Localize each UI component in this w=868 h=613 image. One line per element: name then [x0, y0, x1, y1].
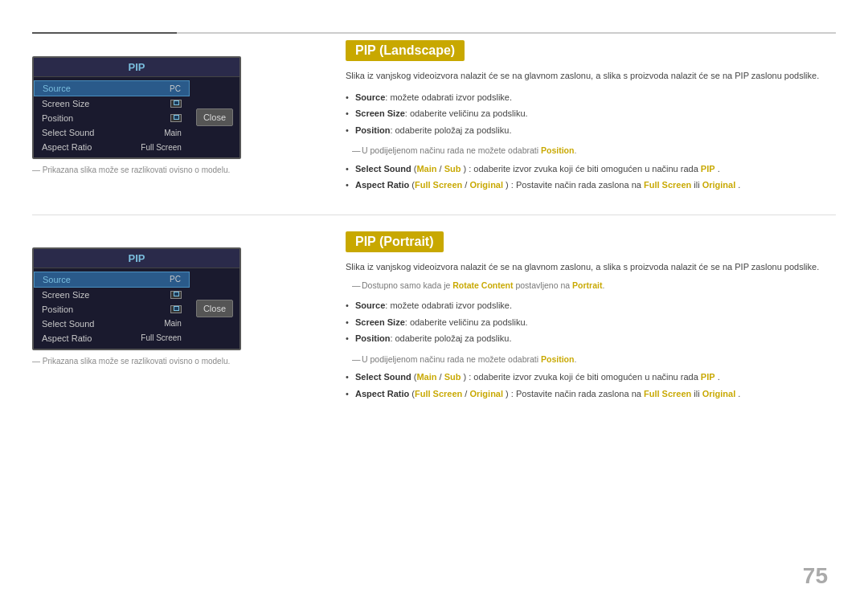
- portrait-bullet-selectsound: Select Sound (Main / Sub ) : odaberite i…: [346, 369, 836, 386]
- portrait-note1-kw: Position: [541, 354, 574, 364]
- landscape-ss-paren2: ): [464, 164, 467, 174]
- portrait-ar-orig: Original: [469, 389, 503, 398]
- portrait-ar-paren2: ): [506, 389, 509, 398]
- portrait-intro: Slika iz vanjskog videoizvora nalazit će…: [346, 260, 836, 274]
- landscape-position-text: : odaberite položaj za podsliku.: [390, 125, 511, 135]
- pip-row-selectsound-landscape[interactable]: Select Sound Main: [34, 125, 190, 140]
- portrait-position-text: : odaberite položaj za podsliku.: [390, 333, 511, 343]
- portrait-bullets: Source: možete odabrati izvor podslike. …: [346, 297, 836, 347]
- portrait-screensize-text: : odaberite veličinu za podsliku.: [405, 317, 528, 327]
- page-container: PIP Source PC Screen Size: [0, 0, 868, 613]
- pip-row-source-landscape[interactable]: Source PC: [34, 80, 190, 96]
- landscape-ar-paren2: ): [506, 180, 509, 190]
- portrait-note-rotate: Dostupno samo kada je Rotate Content pos…: [346, 280, 836, 292]
- portrait-ss-text: : odaberite izvor zvuka koji će biti omo…: [469, 372, 701, 382]
- pip-screen-icon-landscape: [170, 100, 182, 108]
- pip-row-position-landscape[interactable]: Position: [34, 111, 190, 125]
- pip-row-selectsound-value-portrait: Main: [164, 319, 182, 328]
- pip-row-aspectratio-value-portrait: Full Screen: [141, 333, 182, 342]
- landscape-ar-orig2: Original: [702, 180, 736, 190]
- landscape-ss-text: : odaberite izvor zvuka koji će biti omo…: [469, 164, 701, 174]
- portrait-ss-end: .: [718, 372, 720, 382]
- pip-box-landscape-wrapper: PIP Source PC Screen Size: [32, 56, 305, 174]
- pip-row-aspectratio-portrait[interactable]: Aspect Ratio Full Screen: [34, 331, 190, 345]
- portrait-bullet-position: Position: odaberite položaj za podsliku.: [346, 330, 836, 347]
- pip-row-screensize-label-landscape: Screen Size: [42, 99, 89, 108]
- portrait-ar-end: .: [738, 389, 740, 398]
- portrait-section: PIP Source PC Screen Size: [32, 231, 836, 409]
- pip-row-source-label-portrait: Source: [43, 275, 71, 284]
- landscape-bullets2: Select Sound (Main / Sub ) : odaberite i…: [346, 161, 836, 194]
- pip-header-landscape: PIP: [34, 58, 240, 77]
- pip-row-position-portrait[interactable]: Position: [34, 302, 190, 317]
- landscape-source-text: : možete odabrati izvor podslike.: [385, 92, 512, 102]
- portrait-title: PIP (Portrait): [346, 231, 444, 252]
- footnote-landscape: — Prikazana slika može se razlikovati ov…: [32, 166, 305, 174]
- pip-menu-portrait: Source PC Screen Size Position: [34, 268, 190, 349]
- portrait-ss-main: Main: [416, 372, 436, 382]
- landscape-ss-kw: Select Sound: [355, 164, 411, 174]
- portrait-note1: U podijeljenom načinu rada ne možete oda…: [346, 353, 836, 366]
- pip-content-landscape: Source PC Screen Size Position: [34, 77, 240, 157]
- landscape-ar-end: .: [738, 180, 740, 190]
- pip-content-portrait: Source PC Screen Size Position: [34, 268, 240, 349]
- pip-row-screensize-portrait[interactable]: Screen Size: [34, 288, 190, 302]
- portrait-rotate-kw1: Rotate Content: [452, 280, 513, 290]
- landscape-screensize-text: : odaberite veličinu za podsliku.: [405, 108, 528, 118]
- pip-row-aspectratio-label-landscape: Aspect Ratio: [42, 142, 92, 152]
- portrait-bullet-source: Source: možete odabrati izvor podslike.: [346, 297, 836, 314]
- pip-row-selectsound-label-portrait: Select Sound: [42, 319, 94, 329]
- close-button-portrait[interactable]: Close: [196, 300, 233, 317]
- portrait-source-text: : možete odabrati izvor podslike.: [385, 300, 512, 310]
- landscape-note1: U podijeljenom načinu rada ne možete oda…: [346, 145, 836, 157]
- landscape-bullet-screensize: Screen Size: odaberite veličinu za podsl…: [346, 105, 836, 122]
- landscape-ss-sub: Sub: [444, 164, 461, 174]
- portrait-rotate-kw2: Portrait: [572, 280, 602, 290]
- page-number: 75: [803, 563, 828, 589]
- landscape-ss-end: .: [718, 164, 720, 174]
- landscape-bullet-source: Source: možete odabrati izvor podslike.: [346, 89, 836, 106]
- portrait-ss-sub: Sub: [444, 372, 461, 382]
- pip-row-position-label-portrait: Position: [42, 304, 73, 314]
- pip-position-icon-landscape: [170, 114, 182, 122]
- landscape-section: PIP Source PC Screen Size: [32, 40, 836, 200]
- landscape-note1-kw: Position: [541, 145, 574, 155]
- pip-close-col-portrait: Close: [190, 268, 240, 349]
- portrait-screensize-kw: Screen Size: [355, 317, 405, 327]
- portrait-position-kw: Position: [355, 333, 390, 343]
- landscape-ss-pip: PIP: [701, 164, 715, 174]
- landscape-ar-text: : Postavite način rada zaslona na: [511, 180, 644, 190]
- landscape-source-kw: Source: [355, 92, 385, 102]
- portrait-ar-fs2: Full Screen: [644, 389, 691, 398]
- pip-box-portrait: PIP Source PC Screen Size: [32, 247, 241, 350]
- pip-row-selectsound-portrait[interactable]: Select Sound Main: [34, 317, 190, 331]
- portrait-ar-kw: Aspect Ratio: [355, 389, 409, 398]
- pip-row-aspectratio-landscape[interactable]: Aspect Ratio Full Screen: [34, 140, 190, 154]
- pip-row-selectsound-value-landscape: Main: [164, 129, 182, 137]
- portrait-source-kw: Source: [355, 300, 385, 310]
- pip-row-source-label-landscape: Source: [43, 84, 71, 93]
- portrait-ss-kw: Select Sound: [355, 372, 411, 382]
- portrait-right-panel: PIP (Portrait) Slika iz vanjskog videoiz…: [305, 231, 836, 409]
- pip-row-source-value-landscape: PC: [170, 84, 181, 93]
- close-button-landscape[interactable]: Close: [196, 108, 233, 126]
- section-divider: [32, 215, 836, 215]
- landscape-ar-ili: ili: [694, 180, 702, 190]
- portrait-ar-orig2: Original: [702, 389, 736, 398]
- top-line-decoration: [32, 32, 836, 34]
- pip-menu-landscape: Source PC Screen Size Position: [34, 77, 190, 157]
- portrait-ar-ili: ili: [694, 389, 702, 398]
- pip-position-icon-portrait: [170, 305, 182, 313]
- portrait-bullet-aspectratio: Aspect Ratio (Full Screen / Original ) :…: [346, 386, 836, 403]
- landscape-bullet-aspectratio: Aspect Ratio (Full Screen / Original ) :…: [346, 177, 836, 194]
- pip-row-source-portrait[interactable]: Source PC: [34, 272, 190, 288]
- pip-box-landscape: PIP Source PC Screen Size: [32, 56, 241, 159]
- landscape-ar-orig: Original: [469, 180, 503, 190]
- pip-row-screensize-landscape[interactable]: Screen Size: [34, 96, 190, 111]
- portrait-bullet-screensize: Screen Size: odaberite veličinu za podsl…: [346, 314, 836, 331]
- portrait-bullets2: Select Sound (Main / Sub ) : odaberite i…: [346, 369, 836, 402]
- landscape-bullet-position: Position: odaberite položaj za podsliku.: [346, 122, 836, 139]
- pip-row-source-value-portrait: PC: [170, 275, 181, 284]
- landscape-ar-fs: Full Screen: [415, 180, 462, 190]
- landscape-left-panel: PIP Source PC Screen Size: [32, 40, 305, 200]
